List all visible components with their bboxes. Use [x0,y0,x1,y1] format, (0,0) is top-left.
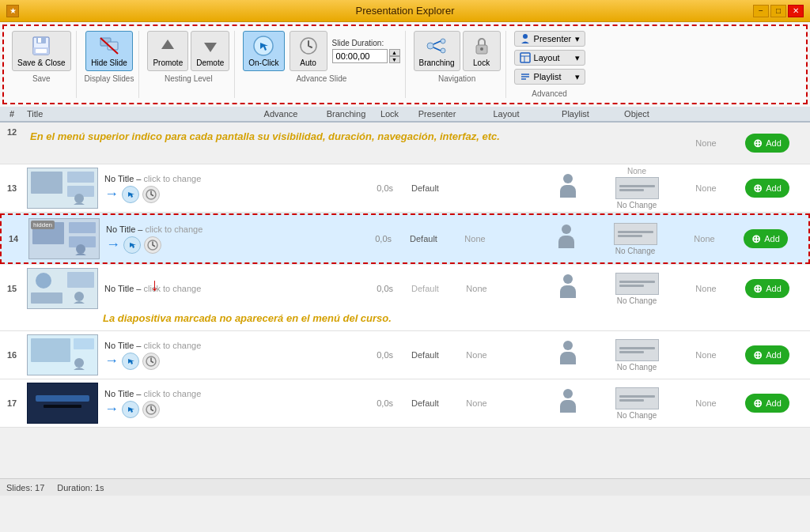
row-12-add-button[interactable]: ⊕ Add [745,134,789,153]
on-click-icon [252,35,274,57]
svg-rect-4 [36,49,47,53]
branching-label: Branching [419,58,455,67]
svg-rect-34 [69,222,96,233]
row-16-add-button[interactable]: ⊕ Add [745,345,789,364]
row-17-title[interactable]: No Title – click to change [104,389,349,398]
column-headers: # Title Advance Branching Lock Presenter… [0,107,810,123]
lock-icon [471,35,493,57]
hide-slide-label: Hide Slide [91,58,127,67]
row-14-title[interactable]: No Title – click to change [106,224,347,234]
row-15-num: 15 [0,282,24,295]
row-16-add-label: Add [766,350,782,360]
svg-point-14 [441,48,445,53]
promote-button[interactable]: Promote [147,31,188,71]
auto-button[interactable]: Auto [290,31,327,71]
row-14-time: 0,0s [350,234,398,243]
col-header-layout: Layout [467,109,546,119]
row-16-auto-icon [142,353,160,370]
row-14-add-button[interactable]: ⊕ Add [744,229,788,248]
table-row: 13 No Title – click to change → [0,164,810,213]
row-13-on-click-icon [122,186,139,203]
ribbon: Save & Close Save [0,22,810,107]
svg-rect-50 [44,405,81,408]
display-group-label: Display Slides [85,74,134,83]
layout-button[interactable]: Layout ▾ [514,50,585,66]
row-16-object: ⊕ Add [736,345,799,364]
row-14-object: ⊕ Add [734,229,797,248]
demote-button[interactable]: Demote [191,31,229,71]
slides-count: Slides: 17 [6,483,44,492]
add-icon: ⊕ [753,182,763,194]
slide-duration-group: Slide Duration: ▲ ▼ [332,39,400,63]
row-14-presenter [536,224,596,253]
titlebar: ★ Presentation Explorer − □ ✕ [0,0,810,22]
svg-rect-28 [67,172,94,183]
app-icon: ★ [6,5,19,17]
svg-point-13 [441,39,445,43]
app-title: Presentation Explorer [355,5,454,17]
row-17-add-label: Add [766,398,782,408]
promote-label: Promote [153,58,183,67]
ribbon-group-advance: On-Click Auto Slide Duration: [238,31,405,98]
auto-icon [297,35,320,57]
row-16-advance-type: Default [399,350,451,360]
promote-icon [157,35,179,57]
duration-down-button[interactable]: ▼ [389,56,400,63]
minimize-button[interactable]: − [753,5,769,17]
row-17-advance-type: Default [399,398,451,408]
table-row: 15 No Title – click to change 0,0s Def [0,265,810,331]
svg-rect-27 [31,172,62,194]
row-15-presenter [538,274,597,303]
duration-field[interactable] [332,49,388,63]
statusbar: Slides: 17 Duration: 1s [0,478,810,496]
row-12-playlist: None [676,123,736,164]
row-17-playlist: None [676,398,736,409]
row-13-layout: None No Change [597,167,676,209]
save-icon [30,35,52,57]
branching-button[interactable]: Branching [414,31,460,71]
row-14-auto-icon [144,236,161,254]
lock-button[interactable]: Lock [463,31,501,71]
row-17-add-button[interactable]: ⊕ Add [745,394,789,413]
row-13-add-label: Add [766,183,782,193]
row-14-hidden-badge: hidden [31,221,55,229]
annotation-arrow-icon: ↑ [150,277,159,297]
nav-buttons: Branching Lock [414,31,501,71]
close-button[interactable]: ✕ [788,5,804,17]
save-close-button[interactable]: Save & Close [12,31,71,71]
row-13-title[interactable]: No Title – click to change [104,174,349,183]
table-row: 17 No Title – click to change → [0,379,810,428]
duration-info: Duration: 1s [57,483,104,492]
row-13-playlist: None [676,183,736,194]
playlist-button[interactable]: Playlist ▾ [514,69,585,85]
nav-group-label: Navigation [438,74,475,83]
branching-icon [426,35,448,57]
col-header-lock: Lock [372,109,407,119]
row-17-branching: None [451,398,502,408]
titlebar-left: ★ [6,5,19,17]
row-15-add-button[interactable]: ⊕ Add [745,279,789,298]
row-16-num: 16 [0,349,24,361]
row-15-branching: None [451,284,502,293]
presenter-button[interactable]: Presenter ▾ [514,31,585,47]
svg-point-12 [427,43,433,49]
row-13-thumbnail [27,168,98,209]
row-13-num: 13 [0,182,24,194]
row-16-thumbnail [27,334,98,375]
hide-slide-button[interactable]: Hide Slide [85,31,133,71]
row-15-thumbnail [27,268,98,309]
on-click-button[interactable]: On-Click [243,31,284,71]
restore-button[interactable]: □ [770,5,786,17]
row-14-advance-type: Default [398,234,449,243]
row-15-title[interactable]: No Title – click to change [104,284,349,293]
row-16-title[interactable]: No Title – click to change [104,341,349,350]
save-close-label: Save & Close [17,58,66,67]
presenter-dropdown-arrow: ▾ [575,34,580,44]
advance-group-label: Advance Slide [296,74,346,83]
row-17-presenter [538,389,597,417]
table-row-selected[interactable]: 14 hidden No Title – click to change [0,213,810,264]
row-13-presenter [538,174,597,202]
svg-line-16 [433,47,441,51]
row-13-add-button[interactable]: ⊕ Add [745,179,789,198]
duration-up-button[interactable]: ▲ [389,49,400,56]
